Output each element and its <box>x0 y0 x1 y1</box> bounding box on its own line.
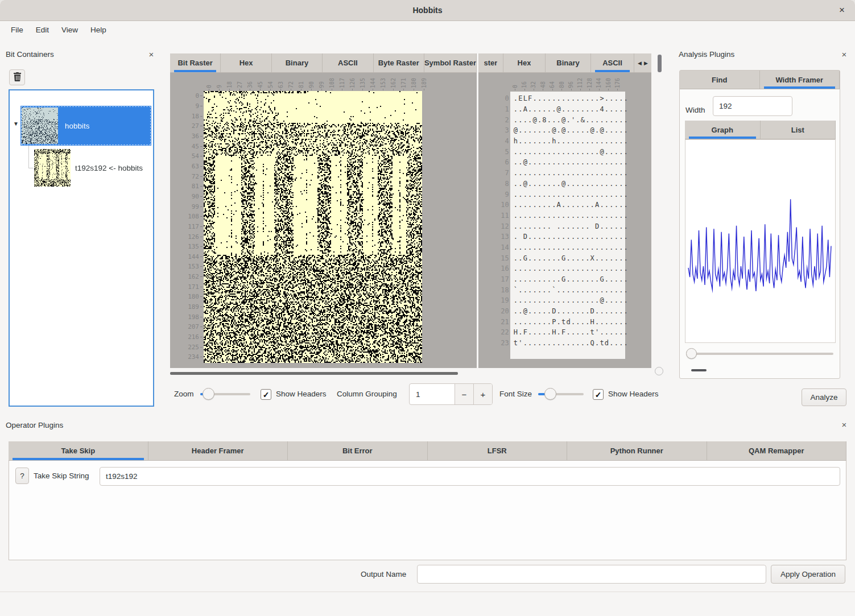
tab-scroll-right-icon[interactable]: ▶ <box>644 60 648 66</box>
row-label-153: 153 <box>170 262 203 272</box>
menu-edit[interactable]: Edit <box>30 23 55 36</box>
analysis-plugins-close-button[interactable]: × <box>839 49 850 60</box>
scroll-grip[interactable] <box>655 367 663 375</box>
ascii-row-text: ..G.......G.....X....... <box>514 254 629 262</box>
graph-list-tab-graph[interactable]: Graph <box>685 121 761 139</box>
analysis-plugins-title: Analysis Plugins <box>679 50 734 59</box>
zoom-slider-handle[interactable] <box>203 388 214 400</box>
horizontal-scrollbar[interactable] <box>170 372 458 375</box>
left-view-tab-byte-raster[interactable]: Byte Raster <box>374 53 424 72</box>
row-label-text: 72 <box>192 173 199 180</box>
left-view-tab-ascii[interactable]: ASCII <box>323 53 373 72</box>
menu-help[interactable]: Help <box>84 23 113 36</box>
ascii-row: 8..@.......@............. <box>481 179 629 189</box>
analysis-tab-find[interactable]: Find <box>680 71 760 89</box>
ascii-row: 19..................@..... <box>481 295 629 306</box>
expand-arrow-icon[interactable]: ▼ <box>13 121 19 127</box>
left-view-tab-symbol-raster[interactable]: Symbol Raster <box>424 53 477 72</box>
ascii-row-text: ........ ....... D...... <box>514 222 629 230</box>
column-grouping-stepper: − + <box>409 383 493 405</box>
operator-tab-take-skip[interactable]: Take Skip <box>9 441 148 460</box>
graph-list-tab-list[interactable]: List <box>761 121 836 139</box>
ascii-row-text: t'..............Q.td.... <box>514 339 629 347</box>
row-label-90: 90 <box>170 192 203 202</box>
ascii-row: 18`.......`............... <box>481 284 629 295</box>
ascii-row: 23t'..............Q.td.... <box>481 338 629 349</box>
operator-plugins-title: Operator Plugins <box>6 421 63 429</box>
ascii-row-text: ........................ <box>514 169 629 177</box>
font-size-slider-handle[interactable] <box>544 388 556 400</box>
apply-operation-button[interactable]: Apply Operation <box>771 565 845 584</box>
ascii-row-number: 2 <box>481 116 514 124</box>
operator-plugins-close-button[interactable]: × <box>839 419 850 431</box>
row-label-63: 63 <box>170 162 203 172</box>
graph-position-slider-handle[interactable] <box>686 348 697 359</box>
right-view-tab-hex[interactable]: Hex <box>503 53 546 72</box>
column-label-text: 63 <box>278 81 284 88</box>
left-view-tab-bit-raster[interactable]: Bit Raster <box>170 53 221 72</box>
column-header: 0918273645546372819099108117126135144153… <box>204 73 429 90</box>
tab-scroll-left-icon[interactable]: ◀ <box>638 60 642 66</box>
ascii-row-number: 7 <box>481 169 514 177</box>
delete-container-button[interactable] <box>9 69 25 85</box>
titlebar: Hobbits × <box>0 0 855 21</box>
row-label-text: 36 <box>192 133 199 140</box>
ascii-row-number: 3 <box>481 126 514 134</box>
right-view-tab-binary[interactable]: Binary <box>546 53 591 72</box>
operator-tab-label: Bit Error <box>342 447 373 455</box>
operator-tab-qam-remapper[interactable]: QAM Remapper <box>707 441 847 460</box>
take-skip-string-input[interactable] <box>100 467 840 486</box>
analyze-button[interactable]: Analyze <box>802 388 846 406</box>
ascii-row-text: .........A.......A...... <box>514 201 629 209</box>
operator-tab-lfsr[interactable]: LFSR <box>428 441 568 460</box>
menu-view[interactable]: View <box>55 23 84 36</box>
bit-containers-close-button[interactable]: × <box>146 49 157 60</box>
column-label-text: 81 <box>298 81 304 88</box>
column-label-text: 32 <box>530 81 536 88</box>
vertical-scrollbar[interactable] <box>658 55 662 72</box>
width-input[interactable] <box>713 96 792 116</box>
operator-tab-bit-error[interactable]: Bit Error <box>288 441 428 460</box>
output-name-input[interactable] <box>417 565 766 584</box>
bit-raster-canvas[interactable] <box>204 91 422 363</box>
row-label-9: 9 <box>170 101 203 111</box>
show-headers-checkbox[interactable]: ✓ <box>261 389 271 400</box>
column-label-126: 126 <box>347 73 357 90</box>
container-item-hobbits[interactable]: hobbits <box>20 106 151 146</box>
column-grouping-decrement-button[interactable]: − <box>455 384 473 404</box>
graph-hscrollbar[interactable] <box>691 369 707 371</box>
bit-raster-view[interactable]: 0918273645546372819099108117126135144153… <box>170 73 477 368</box>
help-button[interactable]: ? <box>15 468 29 484</box>
show-headers-checkbox-2[interactable]: ✓ <box>593 389 604 400</box>
row-label-text: 108 <box>188 213 199 220</box>
right-view-tab-ascii[interactable]: ASCII <box>591 53 634 72</box>
container-item-t192s192[interactable]: t192s192 <- hobbits <box>34 148 151 188</box>
column-grouping-input[interactable] <box>410 384 455 404</box>
analysis-tab-width-framer[interactable]: Width Framer <box>760 71 840 89</box>
left-view-tab-label: Byte Raster <box>378 59 419 67</box>
operator-tab-python-runner[interactable]: Python Runner <box>567 441 707 460</box>
column-label-text: 80 <box>559 81 565 88</box>
analysis-tab-label: Width Framer <box>775 76 823 84</box>
window-close-button[interactable]: × <box>835 3 849 18</box>
row-label-45: 45 <box>170 141 203 151</box>
ascii-row-number: 16 <box>481 264 514 272</box>
row-label-180: 180 <box>170 292 203 302</box>
graph-position-slider[interactable] <box>691 353 833 355</box>
operator-tab-header-framer[interactable]: Header Framer <box>148 441 288 460</box>
row-label-text: 63 <box>192 163 199 170</box>
menu-file[interactable]: File <box>5 23 30 36</box>
column-grouping-increment-button[interactable]: + <box>473 384 492 404</box>
column-label-text: 176 <box>614 78 621 88</box>
row-label-text: 18 <box>192 113 199 120</box>
left-view-tab-hex[interactable]: Hex <box>221 53 271 72</box>
show-headers-label: Show Headers <box>276 390 327 398</box>
ascii-view[interactable]: 0163248648096112128144160176 0.ELF......… <box>478 73 651 368</box>
bottom-divider <box>0 592 855 592</box>
ascii-row: 11........................ <box>481 210 629 221</box>
row-header: 0918273645546372819099108117126135144153… <box>170 91 203 362</box>
row-label-text: 45 <box>192 143 199 150</box>
left-view-tab-binary[interactable]: Binary <box>272 53 323 72</box>
right-view-tab-ster[interactable]: ster <box>478 53 503 72</box>
analysis-tab-label: Find <box>712 76 727 84</box>
